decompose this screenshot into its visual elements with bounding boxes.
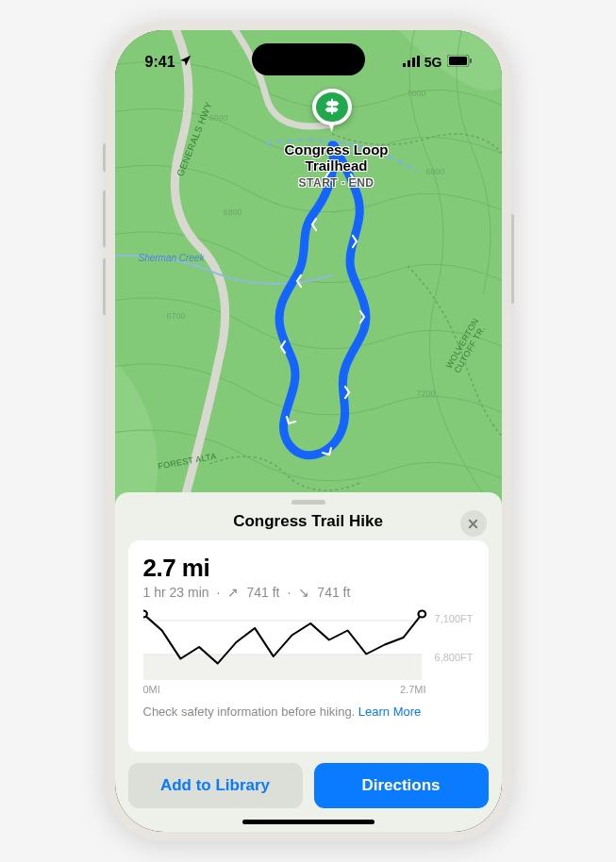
phone-frame: 9:41 5G <box>106 21 511 841</box>
trailhead-pin-circle <box>312 89 352 125</box>
volume-down-button <box>103 258 106 315</box>
water-label-sherman-creek: Sherman Creek <box>139 253 205 263</box>
svg-rect-5 <box>449 57 467 65</box>
contour-6800-a: 6800 <box>224 207 242 217</box>
contour-6900: 6900 <box>426 167 445 176</box>
svg-rect-8 <box>143 655 422 680</box>
dynamic-island <box>252 43 365 75</box>
stat-divider-2: · <box>287 585 291 600</box>
svg-rect-7 <box>115 30 502 506</box>
elevation-svg <box>143 609 474 680</box>
safety-text: Check safety information before hiking. <box>143 705 358 719</box>
stat-divider: · <box>217 585 221 600</box>
trailhead-pin-label: Congress Loop Trailhead START · END <box>247 141 426 190</box>
svg-rect-1 <box>408 60 410 67</box>
add-to-library-button[interactable]: Add to Library <box>128 763 303 808</box>
location-icon <box>179 54 192 71</box>
contour-7200: 7200 <box>417 389 436 398</box>
sheet-header: Congress Trail Hike <box>128 512 489 531</box>
action-button-side <box>103 143 106 172</box>
safety-info: Check safety information before hiking. … <box>143 705 474 719</box>
sheet-grabber[interactable] <box>291 500 325 505</box>
trail-detail-sheet[interactable]: Congress Trail Hike 2.7 mi 1 hr 23 min ·… <box>115 492 502 832</box>
phone-screen: 9:41 5G <box>115 30 502 832</box>
status-right: 5G <box>403 54 472 71</box>
network-label: 5G <box>425 55 442 70</box>
map-terrain <box>115 30 502 506</box>
status-time: 9:41 <box>145 54 175 71</box>
svg-point-12 <box>418 611 425 618</box>
descent-icon: ↘ <box>298 585 309 600</box>
elev-x-max: 2.7MI <box>400 684 426 695</box>
close-icon <box>468 519 478 529</box>
trailhead-pin[interactable] <box>310 89 354 132</box>
elev-y-min: 6,800FT <box>435 652 474 663</box>
trailhead-subtitle: START · END <box>247 176 426 190</box>
elevation-y-labels: 7,100FT 6,800FT <box>435 609 474 680</box>
elev-x-min: 0MI <box>143 684 160 695</box>
map-view[interactable]: GENERALS HWY Sherman Creek WOLVERTON CUT… <box>115 30 502 506</box>
trail-info-card: 2.7 mi 1 hr 23 min · ↗ 741 ft · ↘ 741 ft <box>128 540 489 752</box>
close-button[interactable] <box>460 510 487 537</box>
elev-y-max: 7,100FT <box>435 613 474 624</box>
contour-7000: 7000 <box>408 89 426 98</box>
elevation-x-labels: 0MI 2.7MI <box>143 684 474 695</box>
power-button <box>511 214 514 304</box>
trail-distance: 2.7 mi <box>143 554 474 583</box>
contour-6800-b: 6800 <box>209 113 228 123</box>
elevation-chart: 7,100FT 6,800FT <box>143 609 474 680</box>
svg-rect-0 <box>403 63 406 67</box>
directions-button[interactable]: Directions <box>314 763 489 808</box>
signpost-icon <box>323 97 341 116</box>
learn-more-link[interactable]: Learn More <box>358 705 421 719</box>
ascent-icon: ↗ <box>227 585 239 600</box>
trail-substats: 1 hr 23 min · ↗ 741 ft · ↘ 741 ft <box>143 585 474 600</box>
status-left: 9:41 <box>145 54 192 71</box>
contour-6700: 6700 <box>167 311 186 321</box>
volume-up-button <box>103 191 106 247</box>
trailhead-title: Congress Loop Trailhead <box>247 141 426 174</box>
home-indicator[interactable] <box>242 820 375 824</box>
trail-ascent: 741 ft <box>246 585 279 600</box>
sheet-title: Congress Trail Hike <box>233 512 383 531</box>
svg-rect-3 <box>417 56 420 67</box>
svg-rect-6 <box>470 58 472 63</box>
cellular-icon <box>403 54 420 71</box>
svg-point-11 <box>143 611 147 618</box>
trail-duration: 1 hr 23 min <box>143 585 209 600</box>
svg-rect-2 <box>412 58 415 67</box>
trail-descent: 741 ft <box>317 585 350 600</box>
battery-icon <box>447 54 472 71</box>
action-buttons: Add to Library Directions <box>128 763 489 808</box>
